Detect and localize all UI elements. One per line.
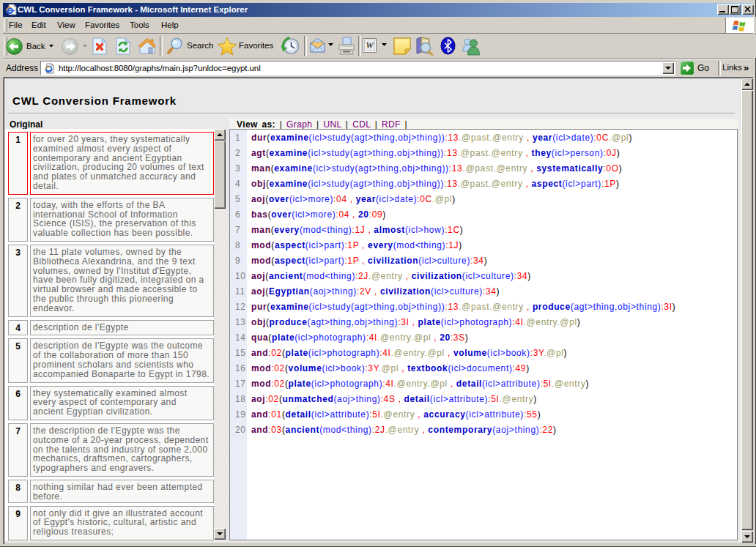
svg-text:W: W (366, 40, 374, 51)
